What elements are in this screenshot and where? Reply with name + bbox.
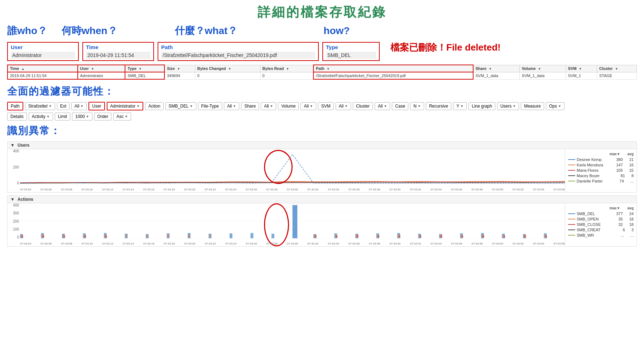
- svg-rect-44: [209, 235, 211, 238]
- filter-volume[interactable]: Volume: [278, 102, 299, 110]
- caret-ops: ▼: [558, 104, 561, 108]
- question-who: 誰who？: [7, 24, 47, 38]
- filter-recursive[interactable]: Recursive: [426, 102, 451, 110]
- col-bytes-read[interactable]: Bytes Read ▼: [260, 65, 313, 72]
- actions-y-300: 300: [13, 211, 19, 215]
- users-x-label-14: 07:43:32: [307, 188, 318, 191]
- legend-macey-max: 81: [621, 174, 625, 178]
- svg-rect-70: [483, 235, 484, 238]
- legend-smbdel-avg: 24: [629, 212, 634, 216]
- sort-arrow-user: ▼: [91, 67, 94, 71]
- users-y-200: 200: [13, 165, 19, 169]
- legend-smbdel-max: 377: [616, 212, 623, 216]
- filter-measure[interactable]: Measure: [521, 102, 544, 110]
- col-user[interactable]: User ▼: [78, 65, 125, 72]
- users-x-label-10: 07:43:24: [225, 188, 236, 191]
- users-x-label-13: 07:43:30: [287, 188, 298, 191]
- users-x-label-3: 07:43:10: [82, 188, 93, 191]
- actions-x-label-19: 07:43:42: [410, 242, 421, 245]
- col-time[interactable]: Time ▲: [8, 65, 78, 72]
- actions-chart-collapse-icon: ▼: [10, 197, 15, 202]
- svg-rect-61: [106, 236, 107, 238]
- actions-x-label-13: 07:43:30: [287, 242, 298, 245]
- filter-all3[interactable]: All ▼: [261, 102, 276, 110]
- filter-order-value[interactable]: Asc ▼: [113, 113, 131, 120]
- filter-ops[interactable]: Ops ▼: [546, 102, 564, 110]
- svg-rect-66: [399, 235, 400, 238]
- filter-n[interactable]: N ▼: [410, 102, 424, 110]
- filter-limit-value[interactable]: 1000 ▼: [72, 113, 92, 120]
- legend-smbwr-values: ... ...: [621, 233, 634, 237]
- filter-all1[interactable]: All ▼: [71, 102, 87, 110]
- filter-case[interactable]: Case: [392, 102, 408, 110]
- actions-chart-canvas: 400 300 200 100 0: [8, 203, 565, 246]
- legend-danielle-color: [568, 181, 575, 181]
- filter-y[interactable]: Y ▼: [453, 102, 467, 110]
- filter-ext[interactable]: Ext: [57, 102, 69, 110]
- actions-chart-header[interactable]: ▼ Actions: [7, 195, 637, 203]
- table-cell: Administrator: [78, 72, 125, 79]
- filter-cluster[interactable]: Cluster: [353, 102, 373, 110]
- filter-users[interactable]: Users ▼: [497, 102, 519, 110]
- users-x-label-17: 07:43:38: [369, 188, 380, 191]
- col-size[interactable]: Size ▼: [164, 65, 195, 72]
- col-share[interactable]: Share ▼: [473, 65, 520, 72]
- filter-bar-row1: Path Strafzettel ▼ Ext All ▼ User Admini…: [7, 102, 637, 110]
- filter-filetype[interactable]: File-Type: [198, 102, 222, 110]
- user-info-box: User Administrator: [7, 42, 79, 61]
- filter-all5[interactable]: All ▼: [336, 102, 351, 110]
- filter-all2[interactable]: All ▼: [224, 102, 239, 110]
- legend-smbopen-name: SMB_OPEN: [577, 217, 599, 221]
- legend-smbcreat-max: 6: [623, 228, 625, 232]
- caret-all5: ▼: [345, 104, 348, 108]
- filter-all6[interactable]: All ▼: [375, 102, 390, 110]
- filter-activity[interactable]: Activity ▼: [29, 113, 53, 120]
- filter-all4[interactable]: All ▼: [301, 102, 316, 110]
- table-body: 2019-04-29 11:51:54AdministratorSMB_DEL3…: [8, 72, 637, 79]
- filter-smb-del[interactable]: SMB_DEL ▼: [165, 102, 196, 110]
- users-chart-header[interactable]: ▼ Users: [7, 141, 637, 149]
- users-chart-title: Users: [18, 143, 29, 148]
- col-bytes-changed[interactable]: Bytes Changed ▼: [195, 65, 260, 72]
- users-x-label-15: 07:43:34: [328, 188, 339, 191]
- users-x-label-2: 07:43:08: [61, 188, 72, 191]
- filter-user[interactable]: User: [88, 102, 105, 110]
- actions-legend-max-label: max▼: [610, 206, 620, 210]
- user-value: Administrator: [11, 52, 75, 59]
- col-volume[interactable]: Volume ▼: [519, 65, 566, 72]
- actions-y-100: 100: [13, 227, 19, 231]
- col-svm[interactable]: SVM ▼: [566, 65, 597, 72]
- filter-action[interactable]: Action: [145, 102, 163, 110]
- filter-administrator[interactable]: Administrator ▼: [107, 102, 144, 110]
- actions-x-label-14: 07:43:32: [307, 242, 318, 245]
- caret-y: ▼: [460, 104, 463, 108]
- caret-all3: ▼: [270, 104, 273, 108]
- col-cluster[interactable]: Cluster ▼: [597, 65, 636, 72]
- svg-rect-67: [420, 236, 421, 238]
- info-boxes-row: User Administrator Time 2019-04-29 11:51…: [7, 42, 637, 61]
- svg-rect-40: [125, 235, 127, 238]
- actions-x-label-24: 07:43:52: [513, 242, 524, 245]
- legend-karla-color: [568, 165, 575, 165]
- col-path[interactable]: Path ▼: [313, 65, 473, 72]
- users-chart-canvas: 400 200 0: [8, 149, 565, 192]
- svg-rect-69: [462, 236, 463, 238]
- users-chart-area: 400 200 0: [7, 149, 637, 193]
- filter-details[interactable]: Details: [7, 113, 27, 120]
- filter-bar-row2: Details Activity ▼ Limit 1000 ▼ Order As…: [7, 113, 637, 120]
- legend-maria-max: 105: [616, 168, 623, 172]
- filter-path[interactable]: Path: [7, 102, 23, 110]
- legend-macey-name: Macey Boyer: [577, 174, 600, 178]
- filter-strafzettel[interactable]: Strafzettel ▼: [25, 102, 55, 110]
- legend-maria-avg: 15: [629, 168, 634, 172]
- col-type[interactable]: Type ▼: [125, 65, 164, 72]
- filter-svm[interactable]: SVM: [318, 102, 334, 110]
- actions-x-label-20: 07:43:44: [431, 242, 442, 245]
- users-x-label-18: 07:43:40: [389, 188, 400, 191]
- actions-x-axis: 07:43:0407:43:0607:43:0807:43:1007:43:12…: [20, 241, 565, 246]
- caret-n: ▼: [418, 104, 421, 108]
- svg-rect-18: [230, 233, 232, 238]
- filter-linegraph[interactable]: Line graph: [468, 102, 495, 110]
- legend-desiree-values: 380 21: [616, 157, 634, 162]
- filter-share[interactable]: Share: [241, 102, 259, 110]
